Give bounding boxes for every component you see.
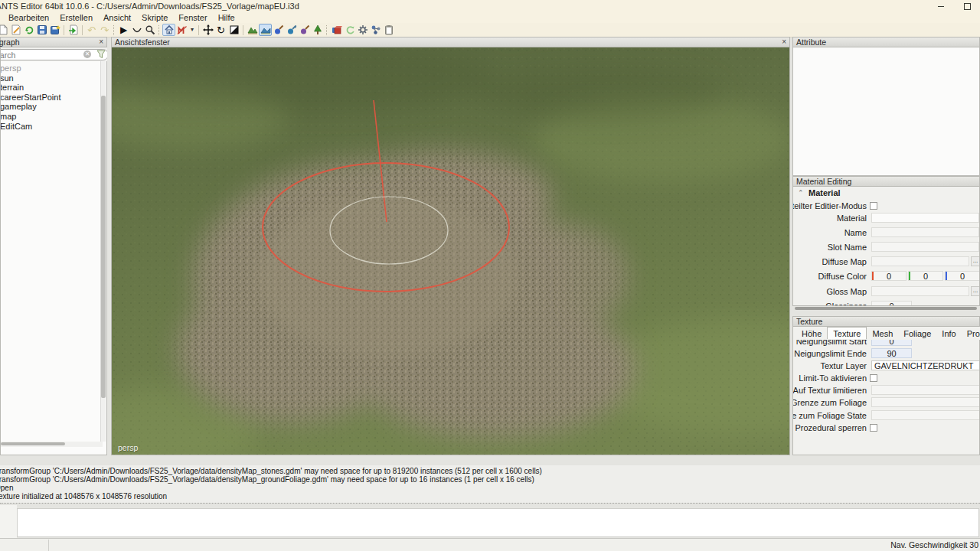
slope-end-field[interactable]: 90 — [871, 348, 912, 358]
play-icon[interactable]: ▶ — [117, 24, 130, 36]
settings-gear-icon[interactable] — [356, 24, 369, 36]
toolbar: ↶ ↷ ▶ ▾ ↻ — [0, 23, 980, 37]
gloss-map-field[interactable] — [871, 286, 969, 296]
minimize-button[interactable] — [933, 2, 949, 11]
render-mode-dropdown-icon[interactable]: ▾ — [188, 24, 196, 36]
tree-item-map[interactable]: map — [0, 112, 106, 122]
terrain-brush-teal-icon[interactable] — [285, 24, 298, 36]
tab-prozedurale-platzierung[interactable]: Prozedurale Platzierung — [962, 328, 980, 339]
collapse-chevron-icon[interactable]: ⌃ — [798, 189, 804, 197]
texture-layer-label: Textur Layer — [820, 360, 867, 371]
terrain-sculpt-icon[interactable] — [246, 24, 259, 36]
foliage-border-state-field[interactable] — [871, 410, 980, 420]
tree-item-persp[interactable]: persp — [0, 64, 106, 73]
tab-texture[interactable]: Texture — [827, 327, 867, 339]
slot-name-field[interactable] — [871, 242, 979, 252]
diffuse-map-browse-button[interactable]: ... — [971, 256, 980, 266]
attribute-title: Attribute — [796, 37, 826, 47]
gloss-map-browse-button[interactable]: ... — [971, 286, 980, 296]
search-input[interactable] — [0, 49, 107, 60]
terrain-brush-blue-icon[interactable] — [272, 24, 285, 36]
maximize-button[interactable] — [959, 2, 975, 11]
undo-icon[interactable]: ↶ — [85, 24, 98, 36]
save-as-icon[interactable] — [48, 24, 61, 36]
scenegraph-close-icon[interactable]: × — [99, 38, 103, 46]
tree-item-gameplay[interactable]: gameplay — [0, 102, 106, 112]
menu-skripte[interactable]: Skripte — [136, 13, 173, 22]
clear-search-icon[interactable]: ✕ — [83, 51, 91, 58]
procedural-lock-checkbox[interactable] — [870, 424, 877, 432]
log-panel[interactable]: TransformGroup 'C:/Users/Admin/Downloads… — [0, 465, 980, 503]
translate-tool-icon[interactable] — [201, 24, 214, 36]
save-icon[interactable] — [35, 24, 48, 36]
tab-info[interactable]: Info — [936, 328, 961, 339]
render-mode-icon[interactable] — [175, 24, 188, 36]
slope-end-label: Neigungslimit Ende — [794, 348, 867, 359]
scale-tool-icon[interactable] — [227, 24, 240, 36]
diffuse-color-g-field[interactable]: 0 — [908, 271, 943, 281]
limit-texture-field[interactable] — [871, 385, 980, 395]
tree-item-terrain[interactable]: terrain — [0, 83, 106, 93]
menu-bearbeiten[interactable]: Bearbeiten — [3, 13, 54, 22]
script-console-gutter — [0, 505, 17, 538]
terrain-paint-icon[interactable] — [259, 24, 272, 36]
foliage-border-field[interactable] — [871, 397, 980, 407]
tab-hoehe[interactable]: Höhe — [796, 328, 827, 339]
scenegraph-tree[interactable]: persp sun terrain careerStartPoint gamep… — [0, 61, 107, 455]
script-console-input[interactable] — [17, 508, 979, 537]
reload-icon[interactable] — [22, 24, 35, 36]
material-label: Material — [837, 213, 867, 223]
menu-hilfe[interactable]: Hilfe — [213, 13, 240, 22]
menu-ansicht[interactable]: Ansicht — [98, 13, 136, 22]
shared-edit-mode-checkbox[interactable] — [870, 202, 877, 210]
network-icon[interactable] — [369, 24, 382, 36]
frame-selected-icon[interactable] — [162, 24, 175, 36]
scenegraph-title: Scenegraph — [0, 37, 20, 47]
new-scene-icon[interactable] — [0, 24, 9, 36]
glossiness-field[interactable]: 0 — [871, 301, 912, 306]
statusbar-left-segment — [0, 540, 49, 551]
menu-erstellen[interactable]: Erstellen — [54, 13, 98, 22]
tree-item-sun[interactable]: sun — [0, 73, 106, 83]
slope-start-field[interactable]: 0 — [871, 340, 912, 346]
zoom-tool-icon[interactable] — [143, 24, 156, 36]
terrain-brush-purple-icon[interactable] — [298, 24, 311, 36]
foliage-paint-icon[interactable] — [311, 24, 324, 36]
texture-panel-header: Texture — [792, 316, 980, 327]
diffuse-color-b-field[interactable]: 0 — [945, 271, 980, 281]
diffuse-color-label: Diffuse Color — [818, 271, 867, 282]
paste-icon[interactable] — [382, 24, 395, 36]
viewport-3d[interactable]: persp — [111, 47, 790, 455]
redo-icon[interactable]: ↷ — [98, 24, 111, 36]
shared-edit-mode-label: Geteilter Editier-Modus — [792, 201, 867, 211]
viewport-close-icon[interactable]: × — [782, 38, 786, 46]
minimize-icon — [938, 6, 944, 7]
physics-icon[interactable] — [330, 24, 343, 36]
titlebar: GIANTS Editor 64bit 10.0.6 - C:/Users/Ad… — [0, 0, 980, 12]
log-resize-handle[interactable] — [0, 503, 980, 504]
scenegraph-panel-header: Scenegraph × — [0, 37, 107, 47]
import-icon[interactable] — [67, 24, 80, 36]
interpolation-curve-icon[interactable] — [130, 24, 143, 36]
tree-item-careerstartpoint[interactable]: careerStartPoint — [0, 93, 106, 103]
limit-to-checkbox[interactable] — [870, 374, 877, 382]
tab-mesh[interactable]: Mesh — [867, 328, 898, 339]
tree-horizontal-scrollbar[interactable] — [1, 442, 103, 447]
texture-layer-field[interactable]: GAVELNICHTZERDRUKT — [871, 360, 980, 370]
tree-item-editcam[interactable]: EditCam — [0, 122, 106, 132]
name-field[interactable] — [871, 227, 979, 237]
material-horizontal-scrollbar[interactable] — [793, 306, 979, 311]
red-channel-bar — [872, 272, 874, 280]
gloss-map-label: Gloss Map — [826, 286, 867, 297]
rotate-tool-icon[interactable]: ↻ — [214, 24, 227, 36]
tab-foliage[interactable]: Foliage — [898, 328, 936, 339]
material-field[interactable] — [871, 213, 979, 223]
tree-vertical-scrollbar[interactable] — [100, 61, 106, 442]
diffuse-map-field[interactable] — [871, 256, 969, 266]
menu-fenster[interactable]: Fenster — [173, 13, 212, 22]
filter-icon[interactable] — [96, 50, 106, 59]
slope-start-label: Neigungslimit Start — [796, 340, 867, 347]
edit-scene-icon[interactable] — [9, 24, 22, 36]
reload-scripts-icon[interactable] — [343, 24, 356, 36]
diffuse-color-r-field[interactable]: 0 — [871, 271, 906, 281]
